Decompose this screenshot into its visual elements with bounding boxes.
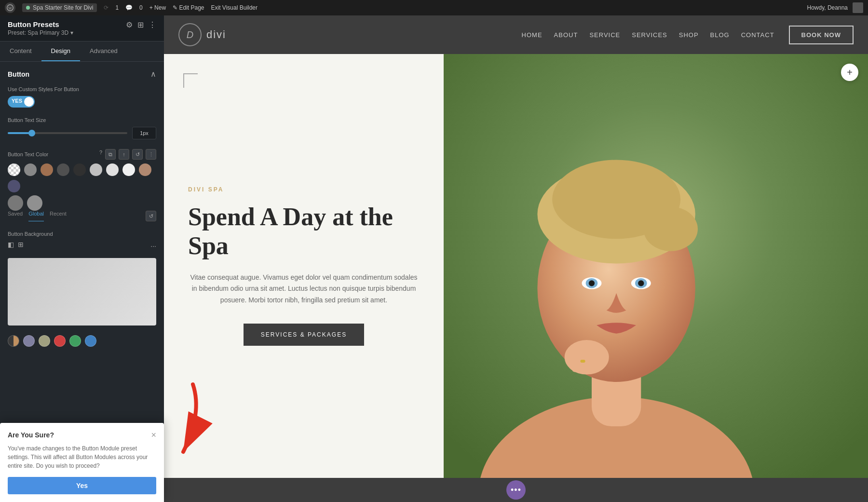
- layout-icon[interactable]: ⊞: [137, 20, 144, 29]
- preview-inner: [8, 258, 156, 326]
- confirm-yes-button[interactable]: Yes: [8, 477, 156, 494]
- swatch-mid-gray2[interactable]: [27, 195, 42, 211]
- wp-logo-icon[interactable]: W: [5, 2, 15, 13]
- status-dot: [26, 6, 30, 10]
- button-section-header: Button ∧: [8, 69, 156, 79]
- btn-bg-label: Button Background: [8, 231, 156, 237]
- more-options-button[interactable]: •••: [506, 480, 526, 500]
- more-icon[interactable]: ⋮: [149, 20, 156, 29]
- more-color-btn[interactable]: ⋮: [146, 149, 156, 160]
- slider-thumb[interactable]: [28, 130, 35, 136]
- swatch-lightest[interactable]: [122, 163, 135, 176]
- nav-contact[interactable]: CONTACT: [741, 31, 774, 39]
- swatch-mid-gray[interactable]: [8, 195, 23, 211]
- bg-image-icon[interactable]: ⊞: [18, 241, 24, 248]
- tabs-row: Content Design Advanced: [0, 41, 164, 62]
- settings-icon[interactable]: ⚙: [126, 20, 133, 29]
- custom-styles-toggle[interactable]: YES: [8, 96, 35, 108]
- edit-page-link[interactable]: ✎ Edit Page: [173, 4, 204, 11]
- corner-bracket-decoration: [183, 73, 198, 88]
- book-now-button[interactable]: BOOK NOW: [789, 26, 854, 44]
- button-section-title: Button: [8, 70, 29, 78]
- toggle-container: YES: [8, 96, 156, 108]
- tab-design[interactable]: Design: [41, 41, 80, 61]
- swatch-gray[interactable]: [24, 163, 37, 176]
- color-tab-global[interactable]: Global: [28, 211, 44, 221]
- color-tabs-row: Saved Global Recent ↺: [8, 211, 156, 221]
- bottom-color-2[interactable]: [23, 335, 35, 347]
- swatch-tan[interactable]: [139, 163, 151, 176]
- bottom-color-1[interactable]: [8, 335, 19, 347]
- text-size-slider[interactable]: [8, 132, 127, 134]
- nav-home[interactable]: HOME: [522, 31, 542, 39]
- svg-rect-17: [579, 347, 585, 371]
- swatch-dark[interactable]: [57, 163, 69, 176]
- color-swatches-row-2: [8, 195, 156, 211]
- sep2: 💬: [125, 4, 133, 11]
- right-content: D divi HOME ABOUT SERVICE SERVICES SHOP …: [164, 15, 868, 502]
- hero-cta-button[interactable]: SERVICES & PACKAGES: [244, 324, 364, 346]
- site-logo: D divi: [178, 23, 226, 46]
- bottom-colors-row: [8, 331, 156, 351]
- preview-box: [8, 258, 156, 326]
- panel-preset-subtitle[interactable]: Preset: Spa Primary 3D ▾: [8, 29, 156, 36]
- swatch-light-gray[interactable]: [90, 163, 102, 176]
- left-panel: Button Presets Preset: Spa Primary 3D ▾ …: [0, 15, 164, 502]
- tab-content[interactable]: Content: [0, 41, 41, 61]
- logo-circle: D: [178, 23, 202, 46]
- svg-point-11: [589, 280, 595, 286]
- site-name-link[interactable]: Spa Starter Site for Divi: [33, 4, 93, 11]
- color-tab-saved[interactable]: Saved: [8, 211, 23, 221]
- tab-advanced[interactable]: Advanced: [80, 41, 127, 61]
- swatch-brown[interactable]: [41, 163, 53, 176]
- bottom-color-5[interactable]: [69, 335, 81, 347]
- updates-count[interactable]: 1: [115, 4, 119, 11]
- nav-about[interactable]: ABOUT: [554, 31, 578, 39]
- user-avatar[interactable]: [853, 2, 863, 13]
- nav-blog[interactable]: BLOG: [710, 31, 730, 39]
- plus-icon: +: [847, 67, 853, 78]
- svg-point-15: [565, 340, 609, 375]
- toggle-knob: [24, 97, 34, 107]
- svg-point-14: [638, 280, 644, 286]
- bg-gradient-icon[interactable]: ◧: [8, 241, 14, 248]
- swatch-transparent[interactable]: [8, 163, 20, 176]
- collapse-icon[interactable]: ∧: [150, 69, 156, 79]
- svg-rect-18: [587, 345, 593, 369]
- hero-right: +: [444, 54, 868, 478]
- reset-color-btn[interactable]: ↺: [132, 149, 143, 160]
- comments-count[interactable]: 0: [139, 4, 143, 11]
- bottom-bar: •••: [164, 478, 868, 502]
- main-layout: Button Presets Preset: Spa Primary 3D ▾ …: [0, 15, 868, 502]
- bottom-color-6[interactable]: [85, 335, 96, 347]
- new-link[interactable]: + New: [149, 4, 166, 11]
- swatch-slate[interactable]: [8, 180, 20, 192]
- copy-color-btn[interactable]: ⧉: [105, 149, 116, 160]
- exit-builder-link[interactable]: Exit Visual Builder: [211, 4, 258, 11]
- howdy-text: Howdy, Deanna: [807, 4, 848, 11]
- color-tab-recent[interactable]: Recent: [50, 211, 67, 221]
- text-color-tools-row: Button Text Color ? ⧉ ↑ ↺ ⋮: [8, 149, 156, 160]
- bottom-color-3[interactable]: [39, 335, 50, 347]
- nav-shop[interactable]: SHOP: [679, 31, 699, 39]
- help-icon[interactable]: ?: [99, 149, 102, 155]
- preset-name: Preset: Spa Primary 3D: [8, 29, 68, 36]
- confirm-close-btn[interactable]: ×: [151, 431, 156, 439]
- add-section-button[interactable]: +: [841, 64, 858, 81]
- bg-more-icon[interactable]: ...: [150, 241, 156, 248]
- swatch-lighter[interactable]: [106, 163, 119, 176]
- nav-service[interactable]: SERVICE: [589, 31, 620, 39]
- slider-value-display[interactable]: 1px: [132, 127, 156, 139]
- hero-section: DIVI SPA Spend A Day at the Spa Vitae co…: [164, 54, 868, 478]
- link-color-btn[interactable]: ↑: [119, 149, 129, 160]
- hero-body-text: Vitae consequat augue. Vivamus eget dolo…: [188, 272, 420, 306]
- admin-bar-right: Howdy, Deanna: [807, 2, 864, 13]
- swatch-darkest[interactable]: [73, 163, 86, 176]
- hero-image-svg: [444, 54, 868, 478]
- bottom-color-4[interactable]: [54, 335, 66, 347]
- site-name-pill[interactable]: Spa Starter Site for Divi: [22, 3, 97, 12]
- nav-services[interactable]: SERVICES: [632, 31, 667, 39]
- hero-eyebrow: DIVI SPA: [188, 186, 420, 193]
- panel-header-icons: ⚙ ⊞ ⋮: [126, 20, 156, 29]
- reset-color-small-btn[interactable]: ↺: [146, 211, 156, 221]
